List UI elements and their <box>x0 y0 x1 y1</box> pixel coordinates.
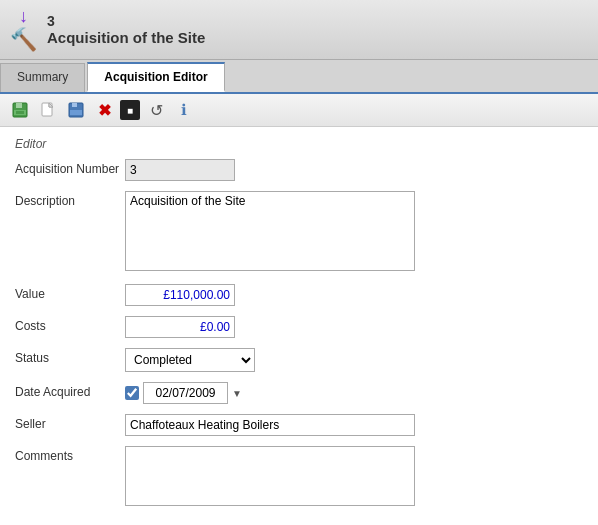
toolbar: ✖ ■ ↺ ℹ <box>0 94 598 127</box>
description-row: Description Acquisition of the Site <box>15 191 583 274</box>
header-icon-area: ↓ 🔨 <box>10 6 37 53</box>
acquisition-number-input[interactable] <box>125 159 235 181</box>
date-acquired-control: ▼ <box>125 382 583 404</box>
header-text: 3 Acquisition of the Site <box>47 13 205 46</box>
svg-rect-1 <box>16 103 22 108</box>
status-label: Status <box>15 348 125 365</box>
costs-input[interactable] <box>125 316 235 338</box>
toolbar-cancel-button[interactable]: ✖ <box>92 98 116 122</box>
svg-rect-3 <box>16 111 24 114</box>
acquisition-number-control <box>125 159 583 181</box>
acquisition-number-label: Acquisition Number <box>15 159 125 176</box>
tab-summary[interactable]: Summary <box>0 63 85 92</box>
svg-rect-7 <box>72 103 77 107</box>
value-row: Value <box>15 284 583 306</box>
editor-section-label: Editor <box>15 137 583 151</box>
seller-row: Seller <box>15 414 583 436</box>
value-label: Value <box>15 284 125 301</box>
acquisition-number-row: Acquisition Number <box>15 159 583 181</box>
seller-input[interactable] <box>125 414 415 436</box>
editor-area: Editor Acquisition Number Description Ac… <box>0 127 598 525</box>
value-input[interactable] <box>125 284 235 306</box>
comments-row: Comments <box>15 446 583 509</box>
date-acquired-checkbox[interactable] <box>125 386 139 400</box>
save-icon <box>68 102 84 118</box>
tabs-bar: Summary Acquisition Editor <box>0 60 598 94</box>
costs-label: Costs <box>15 316 125 333</box>
date-acquired-row: Date Acquired ▼ <box>15 382 583 404</box>
toolbar-stop-button[interactable]: ■ <box>120 100 140 120</box>
date-acquired-label: Date Acquired <box>15 382 125 399</box>
toolbar-new-button[interactable] <box>36 98 60 122</box>
svg-rect-8 <box>70 110 82 115</box>
new-doc-icon <box>40 102 56 118</box>
description-label: Description <box>15 191 125 208</box>
value-control <box>125 284 583 306</box>
seller-label: Seller <box>15 414 125 431</box>
toolbar-save-button[interactable] <box>64 98 88 122</box>
status-row: Status Completed Pending In Progress Can… <box>15 348 583 372</box>
date-dropdown-icon[interactable]: ▼ <box>232 388 242 399</box>
toolbar-save-green-button[interactable] <box>8 98 32 122</box>
header-title: Acquisition of the Site <box>47 29 205 46</box>
costs-row: Costs <box>15 316 583 338</box>
comments-textarea[interactable] <box>125 446 415 506</box>
arrow-down-icon: ↓ <box>19 6 28 27</box>
gavel-icon: 🔨 <box>10 27 37 53</box>
toolbar-help-button[interactable]: ℹ <box>172 98 196 122</box>
costs-control <box>125 316 583 338</box>
date-acquired-input[interactable] <box>143 382 228 404</box>
status-select[interactable]: Completed Pending In Progress Cancelled <box>125 348 255 372</box>
description-control: Acquisition of the Site <box>125 191 583 274</box>
toolbar-refresh-button[interactable]: ↺ <box>144 98 168 122</box>
comments-label: Comments <box>15 446 125 463</box>
header-number: 3 <box>47 13 205 29</box>
tab-acquisition-editor[interactable]: Acquisition Editor <box>87 62 224 92</box>
header: ↓ 🔨 3 Acquisition of the Site <box>0 0 598 60</box>
seller-control <box>125 414 583 436</box>
description-textarea[interactable]: Acquisition of the Site <box>125 191 415 271</box>
comments-control <box>125 446 583 509</box>
save-green-icon <box>11 101 29 119</box>
status-control: Completed Pending In Progress Cancelled <box>125 348 583 372</box>
